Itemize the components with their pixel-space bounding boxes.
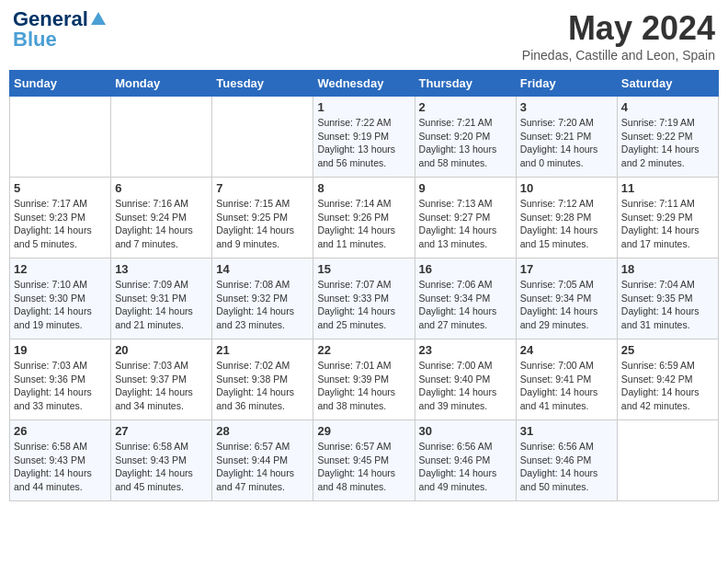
day-detail: Daylight: 14 hours and 13 minutes.	[419, 224, 512, 250]
day-detail: Sunset: 9:36 PM	[14, 373, 107, 386]
day-number: 22	[317, 343, 410, 357]
day-info: Sunrise: 7:00 AMSunset: 9:40 PMDaylight:…	[419, 359, 512, 413]
day-number: 26	[14, 424, 107, 438]
day-detail: Sunset: 9:38 PM	[216, 373, 309, 386]
table-row: 27Sunrise: 6:58 AMSunset: 9:43 PMDayligh…	[111, 420, 212, 501]
day-info: Sunrise: 6:56 AMSunset: 9:46 PMDaylight:…	[419, 440, 512, 494]
logo-text: General	[13, 9, 88, 29]
day-detail: Daylight: 14 hours and 39 minutes.	[419, 385, 512, 412]
day-number: 31	[520, 424, 613, 438]
day-number: 7	[216, 181, 309, 195]
table-row: 19Sunrise: 7:03 AMSunset: 9:36 PMDayligh…	[10, 339, 111, 420]
day-info: Sunrise: 7:06 AMSunset: 9:34 PMDaylight:…	[419, 278, 512, 332]
day-number: 10	[520, 181, 613, 195]
day-detail: Daylight: 14 hours and 45 minutes.	[115, 466, 208, 493]
day-detail: Sunset: 9:30 PM	[14, 292, 107, 305]
day-info: Sunrise: 6:56 AMSunset: 9:46 PMDaylight:…	[520, 440, 613, 494]
day-detail: Daylight: 14 hours and 25 minutes.	[317, 304, 410, 331]
day-detail: Sunrise: 7:05 AM	[520, 278, 613, 292]
col-thursday: Thursday	[415, 71, 516, 97]
table-row: 1Sunrise: 7:22 AMSunset: 9:19 PMDaylight…	[313, 97, 415, 178]
day-detail: Sunrise: 7:00 AM	[419, 359, 512, 373]
day-detail: Sunset: 9:46 PM	[419, 454, 512, 467]
day-number: 5	[14, 181, 107, 195]
day-number: 17	[520, 262, 613, 276]
logo-blue-text: Blue	[13, 29, 57, 50]
table-row: 23Sunrise: 7:00 AMSunset: 9:40 PMDayligh…	[415, 339, 516, 420]
day-detail: Sunset: 9:27 PM	[419, 211, 512, 224]
day-detail: Daylight: 14 hours and 23 minutes.	[216, 304, 309, 331]
day-detail: Sunset: 9:44 PM	[216, 454, 309, 467]
table-row: 12Sunrise: 7:10 AMSunset: 9:30 PMDayligh…	[10, 259, 111, 339]
day-detail: Sunrise: 7:13 AM	[419, 197, 512, 211]
day-detail: Sunrise: 7:10 AM	[14, 278, 107, 292]
day-detail: Sunrise: 7:20 AM	[520, 116, 613, 130]
calendar-week-row: 1Sunrise: 7:22 AMSunset: 9:19 PMDaylight…	[10, 97, 719, 178]
day-detail: Sunrise: 7:06 AM	[419, 278, 512, 292]
day-detail: Daylight: 14 hours and 17 minutes.	[621, 224, 714, 250]
table-row: 2Sunrise: 7:21 AMSunset: 9:20 PMDaylight…	[415, 97, 516, 178]
day-number: 24	[520, 343, 613, 357]
location-title: Pinedas, Castille and Leon, Spain	[522, 48, 715, 63]
day-number: 29	[317, 424, 410, 438]
day-info: Sunrise: 7:03 AMSunset: 9:36 PMDaylight:…	[14, 359, 107, 413]
table-row: 7Sunrise: 7:15 AMSunset: 9:25 PMDaylight…	[212, 178, 313, 259]
day-detail: Sunset: 9:22 PM	[621, 130, 714, 144]
day-detail: Daylight: 14 hours and 0 minutes.	[520, 143, 613, 169]
day-detail: Daylight: 14 hours and 33 minutes.	[14, 385, 107, 412]
day-detail: Daylight: 14 hours and 11 minutes.	[317, 224, 410, 250]
day-info: Sunrise: 7:11 AMSunset: 9:29 PMDaylight:…	[621, 197, 714, 251]
day-detail: Sunset: 9:20 PM	[419, 130, 512, 144]
day-number: 20	[115, 343, 208, 357]
day-info: Sunrise: 6:57 AMSunset: 9:45 PMDaylight:…	[317, 440, 410, 494]
day-detail: Sunrise: 6:58 AM	[115, 440, 208, 454]
day-number: 30	[419, 424, 512, 438]
table-row: 31Sunrise: 6:56 AMSunset: 9:46 PMDayligh…	[516, 420, 617, 501]
table-row: 6Sunrise: 7:16 AMSunset: 9:24 PMDaylight…	[111, 178, 212, 259]
day-number: 18	[621, 262, 714, 276]
day-number: 27	[115, 424, 208, 438]
day-detail: Sunset: 9:42 PM	[621, 373, 714, 386]
day-info: Sunrise: 7:01 AMSunset: 9:39 PMDaylight:…	[317, 359, 410, 413]
day-number: 11	[621, 181, 714, 195]
day-number: 2	[419, 100, 512, 114]
col-tuesday: Tuesday	[212, 71, 313, 97]
day-info: Sunrise: 7:21 AMSunset: 9:20 PMDaylight:…	[419, 116, 512, 170]
day-info: Sunrise: 7:08 AMSunset: 9:32 PMDaylight:…	[216, 278, 309, 332]
table-row: 30Sunrise: 6:56 AMSunset: 9:46 PMDayligh…	[415, 420, 516, 501]
day-detail: Daylight: 14 hours and 48 minutes.	[317, 466, 410, 493]
day-detail: Sunrise: 7:21 AM	[419, 116, 512, 130]
day-detail: Sunset: 9:28 PM	[520, 211, 613, 224]
day-info: Sunrise: 7:05 AMSunset: 9:34 PMDaylight:…	[520, 278, 613, 332]
day-detail: Daylight: 13 hours and 58 minutes.	[419, 143, 512, 169]
day-info: Sunrise: 7:00 AMSunset: 9:41 PMDaylight:…	[520, 359, 613, 413]
day-detail: Sunrise: 7:04 AM	[621, 278, 714, 292]
day-number: 23	[419, 343, 512, 357]
logo: General Blue	[13, 9, 108, 50]
day-detail: Sunrise: 7:03 AM	[14, 359, 107, 373]
col-wednesday: Wednesday	[313, 71, 415, 97]
day-info: Sunrise: 7:20 AMSunset: 9:21 PMDaylight:…	[520, 116, 613, 170]
day-detail: Sunrise: 7:12 AM	[520, 197, 613, 211]
day-detail: Sunrise: 7:07 AM	[317, 278, 410, 292]
day-number: 13	[115, 262, 208, 276]
day-detail: Sunset: 9:25 PM	[216, 211, 309, 224]
day-number: 15	[317, 262, 410, 276]
day-detail: Sunrise: 7:17 AM	[14, 197, 107, 211]
calendar-week-row: 12Sunrise: 7:10 AMSunset: 9:30 PMDayligh…	[10, 259, 719, 339]
day-detail: Daylight: 14 hours and 9 minutes.	[216, 224, 309, 250]
day-number: 21	[216, 343, 309, 357]
day-detail: Sunrise: 7:02 AM	[216, 359, 309, 373]
table-row: 16Sunrise: 7:06 AMSunset: 9:34 PMDayligh…	[415, 259, 516, 339]
day-detail: Sunrise: 7:14 AM	[317, 197, 410, 211]
day-detail: Sunset: 9:19 PM	[317, 130, 410, 144]
day-detail: Sunrise: 7:00 AM	[520, 359, 613, 373]
col-friday: Friday	[516, 71, 617, 97]
day-detail: Daylight: 14 hours and 41 minutes.	[520, 385, 613, 412]
table-row	[212, 97, 313, 178]
day-detail: Sunset: 9:41 PM	[520, 373, 613, 386]
day-info: Sunrise: 7:10 AMSunset: 9:30 PMDaylight:…	[14, 278, 107, 332]
day-info: Sunrise: 7:14 AMSunset: 9:26 PMDaylight:…	[317, 197, 410, 251]
table-row: 17Sunrise: 7:05 AMSunset: 9:34 PMDayligh…	[516, 259, 617, 339]
day-detail: Daylight: 14 hours and 2 minutes.	[621, 143, 714, 169]
